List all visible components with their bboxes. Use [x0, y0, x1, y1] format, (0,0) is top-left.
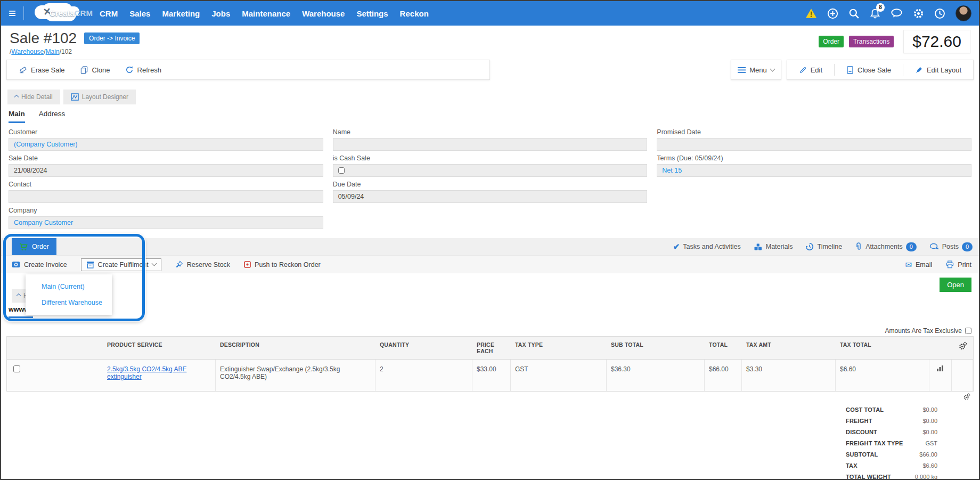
row-select-checkbox[interactable]	[13, 365, 20, 372]
nav-item-maintenance[interactable]: Maintenance	[242, 9, 290, 18]
email-button[interactable]: ✉ Email	[905, 260, 932, 270]
materials-link[interactable]: Materials	[754, 243, 793, 251]
due-date-input[interactable]: 05/09/24	[333, 190, 648, 203]
brand-crm: CRM	[75, 9, 93, 18]
table-footer-settings[interactable]	[6, 392, 974, 402]
create-invoice-button[interactable]: Create Invoice	[12, 261, 67, 269]
print-button[interactable]: Print	[946, 260, 971, 270]
is-cash-sale-checkbox[interactable]	[338, 167, 345, 174]
tax-exclusive-toggle: Amounts Are Tax Exclusive	[6, 326, 974, 336]
erase-sale-button[interactable]: Erase Sale	[12, 64, 71, 76]
customer-input[interactable]: (Company Customer)	[9, 138, 323, 151]
search-icon[interactable]	[848, 8, 860, 19]
posts-chat-icon	[929, 243, 939, 251]
sale-date-input[interactable]: 21/08/2024	[9, 164, 323, 177]
toolbar-left-group: Erase Sale Clone Refresh	[6, 60, 490, 80]
terms-link[interactable]: Net 15	[662, 167, 682, 174]
dropdown-item-main-current[interactable]: Main (Current)	[26, 279, 112, 295]
name-input[interactable]	[333, 138, 648, 151]
close-sale-button[interactable]: Close Sale	[840, 64, 897, 76]
company-link[interactable]: Company Customer	[14, 219, 73, 226]
col-description[interactable]: DESCRIPTION	[216, 337, 375, 359]
tax-exclusive-label: Amounts Are Tax Exclusive	[885, 327, 962, 335]
layout-designer-button[interactable]: Layout Designer	[63, 90, 136, 104]
product-link[interactable]: 2.5kg/3.5kg CO2/4.5kg ABE extinguisher	[107, 365, 186, 380]
order-status-badge[interactable]: Order	[819, 36, 844, 47]
chevron-up-double-icon	[15, 95, 18, 99]
timeline-link[interactable]: Timeline	[805, 242, 842, 251]
tax-exclusive-checkbox[interactable]	[965, 328, 971, 334]
breadcrumb-main-link[interactable]: Main	[46, 48, 60, 55]
reserve-stock-button[interactable]: Reserve Stock	[175, 261, 230, 269]
push-to-reckon-button[interactable]: Push to Reckon Order	[244, 261, 321, 269]
cell-product-service: 2.5kg/3.5kg CO2/4.5kg ABE extinguisher	[103, 360, 216, 391]
nav-item-reckon[interactable]: Reckon	[400, 9, 429, 18]
attachments-link[interactable]: Attachments 0	[855, 242, 916, 251]
breadcrumb-warehouse-link[interactable]: Warehouse	[11, 48, 44, 55]
transactions-badge[interactable]: Transactions	[849, 36, 894, 47]
create-fulfilment-dropdown-button[interactable]: Create Fulfilment	[81, 258, 161, 271]
clone-button[interactable]: Clone	[74, 64, 117, 76]
notifications-bell-icon[interactable]: 8	[870, 8, 880, 19]
document-icon	[846, 66, 854, 74]
add-icon[interactable]	[827, 8, 838, 19]
menu-dropdown-button[interactable]: Menu	[731, 60, 781, 80]
edit-layout-button[interactable]: Edit Layout	[909, 64, 968, 76]
terms-input[interactable]: Net 15	[657, 164, 971, 177]
hide-detail-button[interactable]: Hide Detail	[7, 90, 60, 104]
creatacrm-logo[interactable]: ✕ CreataCRM	[31, 2, 89, 25]
tasks-and-activities-link[interactable]: ✔ Tasks and Activities	[673, 242, 741, 251]
workflow-badge[interactable]: Order -> Invoice	[84, 32, 140, 44]
edit-button[interactable]: Edit	[793, 64, 829, 76]
contact-input[interactable]	[9, 190, 323, 203]
col-quantity[interactable]: QUANTITY	[375, 337, 472, 359]
col-tax-amt[interactable]: TAX AMT	[742, 337, 836, 359]
promised-date-input[interactable]	[657, 138, 971, 151]
sale-detail-form: Customer (Company Customer) Sale Date 21…	[1, 123, 979, 233]
breadcrumb-current: 102	[61, 48, 72, 55]
company-input[interactable]: Company Customer	[9, 216, 323, 229]
posts-link[interactable]: Posts 0	[929, 242, 973, 251]
order-tab[interactable]: Order	[12, 238, 56, 255]
terms-field: Terms (Due: 05/09/24) Net 15	[657, 154, 971, 177]
tab-address[interactable]: Address	[39, 110, 66, 123]
chevron-down-icon	[151, 261, 157, 266]
nav-item-settings[interactable]: Settings	[356, 9, 388, 18]
paperclip-icon	[855, 242, 862, 251]
hamburger-menu-icon[interactable]: ≡	[9, 7, 16, 20]
pencil-icon	[799, 66, 807, 74]
warning-icon[interactable]	[805, 8, 817, 19]
table-settings-button[interactable]	[952, 337, 973, 359]
col-total[interactable]: TOTAL	[705, 337, 742, 359]
toolbar: Erase Sale Clone Refresh Menu Edit Close…	[1, 58, 979, 85]
nav-item-marketing[interactable]: Marketing	[162, 9, 200, 18]
col-tax-type[interactable]: TAX TYPE	[511, 337, 607, 359]
reckon-icon	[244, 261, 251, 268]
order-tabstrip: Order ✔ Tasks and Activities Materials T…	[1, 238, 979, 255]
nav-item-sales[interactable]: Sales	[129, 9, 150, 18]
row-chart-button[interactable]	[929, 360, 952, 391]
settings-gear-icon[interactable]	[913, 8, 924, 19]
tab-main[interactable]: Main	[9, 110, 25, 123]
gear-icon	[958, 341, 967, 351]
nav-item-crm[interactable]: CRM	[100, 9, 118, 18]
customer-link[interactable]: (Company Customer)	[14, 141, 77, 148]
history-clock-icon[interactable]	[934, 8, 945, 19]
main-menu: CRM Sales Marketing Jobs Maintenance War…	[100, 9, 429, 18]
dropdown-item-different-warehouse[interactable]: Different Warehouse	[26, 295, 112, 311]
cell-price-each: $33.00	[472, 360, 511, 391]
col-product-service[interactable]: PRODUCT SERVICE	[103, 337, 216, 359]
col-tax-total[interactable]: TAX TOTAL	[836, 337, 929, 359]
open-status-button[interactable]: Open	[940, 278, 971, 292]
col-price-each[interactable]: PRICE EACH	[472, 337, 511, 359]
line-items-section: Amounts Are Tax Exclusive PRODUCT SERVIC…	[1, 326, 979, 402]
nav-item-warehouse[interactable]: Warehouse	[302, 9, 345, 18]
chat-icon[interactable]	[891, 8, 903, 19]
promised-date-field: Promised Date	[657, 128, 971, 151]
pushpin-icon	[175, 261, 183, 269]
user-avatar[interactable]	[956, 5, 971, 21]
col-sub-total[interactable]: SUB TOTAL	[607, 337, 705, 359]
nav-item-jobs[interactable]: Jobs	[211, 9, 230, 18]
top-nav-bar: ≡ ✕ CreataCRM CRM Sales Marketing Jobs M…	[1, 1, 979, 26]
refresh-button[interactable]: Refresh	[119, 64, 168, 76]
